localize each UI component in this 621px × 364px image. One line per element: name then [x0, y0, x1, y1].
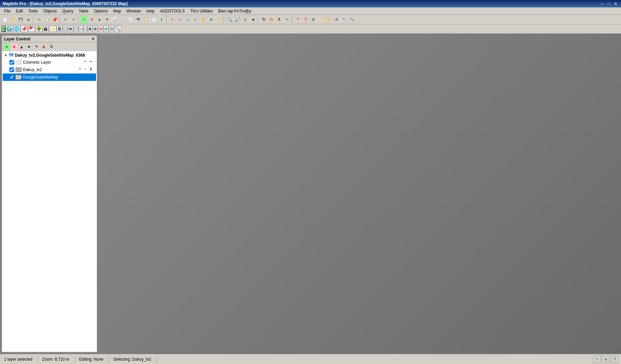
- lc-down[interactable]: ▼: [26, 43, 32, 50]
- lc-label[interactable]: A: [40, 43, 47, 50]
- tb2-snap2[interactable]: ⊗: [98, 26, 103, 32]
- tb-table[interactable]: 📊: [111, 16, 119, 23]
- status-list-btn[interactable]: ≡: [602, 356, 610, 363]
- layer-control-close[interactable]: ✕: [91, 37, 95, 41]
- tb2-pin[interactable]: 📌: [21, 26, 28, 32]
- tb2-snap4[interactable]: ⊙: [109, 26, 114, 32]
- tb-ruler[interactable]: 📐: [325, 16, 332, 23]
- tb-move-down[interactable]: ▼: [104, 16, 111, 23]
- tb2-crosshair[interactable]: ⊕: [68, 26, 73, 32]
- tb-query[interactable]: ❓: [302, 16, 309, 23]
- tb-cut[interactable]: ✂: [35, 16, 43, 23]
- tb2-snap3[interactable]: ⊕: [104, 26, 109, 32]
- dakuy-layer-checkbox[interactable]: [9, 67, 14, 72]
- tb-centroid[interactable]: ⊕: [207, 16, 215, 23]
- tb-distance[interactable]: 📏: [215, 16, 223, 23]
- tb-remove-layer[interactable]: ⊗: [88, 16, 95, 23]
- tb-layers[interactable]: 📚: [260, 16, 267, 23]
- tb-zoom-out[interactable]: 🔎: [192, 16, 199, 23]
- tb-extra2[interactable]: 🔨: [348, 16, 356, 23]
- status-ok-btn[interactable]: ✓: [593, 356, 601, 363]
- tb2-earth[interactable]: 🌍: [6, 26, 13, 32]
- tb-print[interactable]: 🖨: [25, 16, 32, 23]
- tb-select[interactable]: ⊹: [176, 16, 184, 23]
- cosmetic-layer-item[interactable]: Cosmetic Layer ✎ ✦: [3, 59, 96, 66]
- menu-bien-tap[interactable]: Bien tap PnTm@p: [215, 8, 254, 14]
- tb-layout[interactable]: 📰: [119, 16, 126, 23]
- tb-info[interactable]: ℹ: [158, 16, 165, 23]
- tb-pan[interactable]: ✋: [200, 16, 207, 23]
- menu-file[interactable]: File: [1, 8, 13, 14]
- lc-up[interactable]: ▲: [18, 43, 25, 50]
- lc-reorder[interactable]: ⇅: [48, 43, 55, 50]
- tb-theme[interactable]: 🎨: [268, 16, 275, 23]
- tb2-flag[interactable]: 🚩: [28, 26, 35, 32]
- dakuy-trash-icon[interactable]: 🗑: [89, 67, 95, 72]
- tb2-add[interactable]: +: [1, 26, 5, 32]
- cosmetic-edit-icon[interactable]: ✎: [84, 60, 89, 65]
- menu-table[interactable]: Table: [76, 8, 91, 14]
- menu-options[interactable]: Options: [91, 8, 110, 14]
- dakuy-sun-icon[interactable]: ☀: [84, 67, 89, 72]
- status-help-btn[interactable]: ?: [611, 356, 618, 363]
- tb-3d[interactable]: 🗺: [135, 16, 142, 23]
- tb2-tree[interactable]: 🌳: [35, 26, 42, 32]
- tb2-wand[interactable]: ✨: [49, 26, 56, 32]
- lc-edit[interactable]: ✎: [33, 43, 40, 50]
- tb-zoom-in[interactable]: 🔍: [184, 16, 191, 23]
- tb-zoom-in2[interactable]: 🔍: [226, 16, 233, 23]
- tb-labels[interactable]: A: [275, 16, 283, 23]
- tb2-select-all[interactable]: ⬡: [63, 26, 68, 32]
- close-button[interactable]: ✕: [613, 1, 618, 6]
- tb-geocode[interactable]: 📍: [294, 16, 301, 23]
- menu-objects[interactable]: Objects: [40, 8, 60, 14]
- tb2-circle[interactable]: ○: [79, 26, 83, 32]
- menu-ngeotools[interactable]: nGEOTOOLS: [157, 8, 187, 14]
- tb-grid[interactable]: ⊞: [309, 16, 317, 23]
- cosmetic-layer-checkbox[interactable]: [9, 60, 14, 65]
- tb2-polygon[interactable]: ⬠: [73, 26, 79, 32]
- minimize-button[interactable]: ─: [599, 1, 605, 6]
- tb-zoom-out2[interactable]: 🔎: [234, 16, 241, 23]
- menu-this-utilities[interactable]: Thi's Utilities: [187, 8, 215, 14]
- tb2-globe[interactable]: 🌐: [13, 26, 20, 32]
- tb-add-layer[interactable]: +: [80, 16, 88, 23]
- menu-map[interactable]: Map: [110, 8, 123, 14]
- menu-window[interactable]: Window: [124, 8, 144, 14]
- tb-undo[interactable]: ↩: [62, 16, 69, 23]
- lc-add[interactable]: +: [3, 43, 10, 50]
- tb-statistics[interactable]: 📉: [150, 16, 157, 23]
- tb-prev-extent[interactable]: ◀: [249, 16, 257, 23]
- tb2-label[interactable]: A: [88, 26, 92, 32]
- tb2-rect[interactable]: □: [83, 26, 87, 32]
- tb-extra1[interactable]: 🔧: [341, 16, 348, 23]
- tb-compass[interactable]: 🧭: [317, 16, 325, 23]
- tb2-extra[interactable]: 🔍: [114, 26, 121, 32]
- tb-copy[interactable]: 📋: [43, 16, 51, 23]
- dakuy-layer-item[interactable]: Dakuy_tv2 ✎ ☀ 🗑: [3, 66, 96, 73]
- cosmetic-style-icon[interactable]: ✦: [89, 60, 95, 65]
- satellite-layer-checkbox[interactable]: [9, 75, 14, 80]
- tb-full-extent[interactable]: ⧈: [241, 16, 249, 23]
- tb-move-up[interactable]: ▲: [96, 16, 103, 23]
- maximize-button[interactable]: □: [606, 1, 612, 6]
- tb-new[interactable]: 📄: [1, 16, 9, 23]
- tb-settings[interactable]: ⚙: [333, 16, 340, 23]
- tb2-erase[interactable]: 🗑: [57, 26, 62, 32]
- menu-tools[interactable]: Tools: [26, 8, 40, 14]
- map-group[interactable]: ▼ 🗺 Dakuy_tv2,GoogleSatelliteMap_6368: [3, 52, 96, 59]
- menu-query[interactable]: Query: [60, 8, 76, 14]
- dakuy-edit-icon[interactable]: ✎: [79, 67, 84, 72]
- tb-redo[interactable]: ↪: [69, 16, 77, 23]
- tb-graph[interactable]: 📈: [127, 16, 134, 23]
- tb-open[interactable]: 📂: [9, 16, 17, 23]
- satellite-layer-item[interactable]: GoogleSatelliteMap: [3, 73, 96, 81]
- menu-edit[interactable]: Edit: [13, 8, 26, 14]
- tb-legend[interactable]: 📋: [142, 16, 150, 23]
- lc-remove[interactable]: ✕: [11, 43, 18, 50]
- tb-paste[interactable]: 📌: [51, 16, 58, 23]
- tb2-road[interactable]: 🛣: [43, 26, 49, 32]
- tb-arrow[interactable]: ↖: [169, 16, 176, 23]
- tb-style[interactable]: ✏: [283, 16, 291, 23]
- menu-help[interactable]: Help: [144, 8, 157, 14]
